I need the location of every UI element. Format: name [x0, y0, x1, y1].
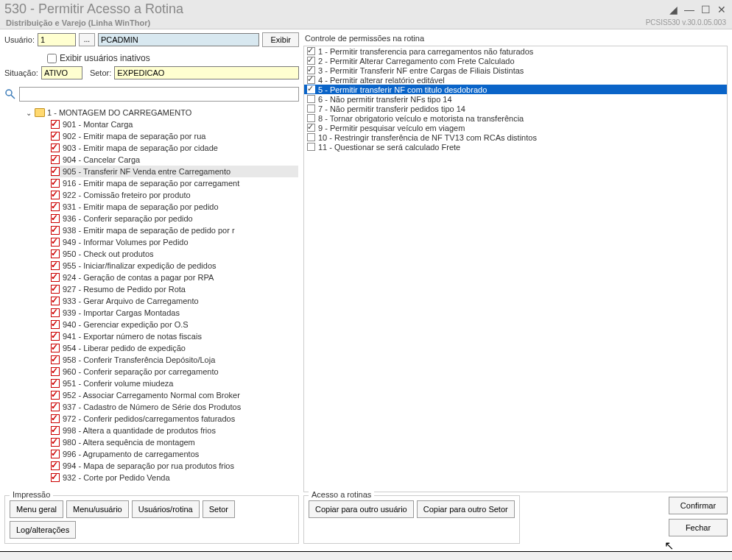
menu-usuario-button[interactable]: Menu/usuário: [66, 500, 129, 518]
permission-checkbox[interactable]: [307, 143, 315, 151]
permission-checkbox[interactable]: [307, 76, 315, 84]
tree-item-checkbox[interactable]: [51, 132, 60, 141]
tree-item-checkbox[interactable]: [51, 179, 60, 188]
search-input[interactable]: [19, 87, 299, 102]
tree-item[interactable]: 933 - Gerar Arquivo de Carregamento: [51, 295, 298, 307]
tree-item[interactable]: 904 - Cancelar Carga: [51, 154, 298, 166]
tree-item-checkbox[interactable]: [51, 308, 60, 317]
copiar-setor-button[interactable]: Copiar para outro Setor: [417, 500, 515, 518]
tree-item[interactable]: 950 - Check out produtos: [51, 248, 298, 260]
tree-item[interactable]: 940 - Gerenciar expedição por O.S: [51, 319, 298, 330]
tree-item[interactable]: 939 - Importar Cargas Montadas: [51, 307, 298, 319]
log-alteracoes-button[interactable]: Log/alterações: [10, 521, 76, 539]
permissions-list[interactable]: 1 - Permitir transferencia para carregam…: [303, 46, 728, 492]
tree-item-checkbox[interactable]: [51, 143, 60, 152]
tree-item[interactable]: 932 - Corte por Pedido Venda: [51, 472, 298, 483]
situacao-input[interactable]: [41, 66, 82, 79]
tree-item-checkbox[interactable]: [51, 438, 60, 447]
tree-item-checkbox[interactable]: [51, 285, 60, 294]
tree-item[interactable]: 927 - Resumo de Pedido por Rota: [51, 283, 298, 295]
permission-checkbox[interactable]: [307, 85, 315, 93]
tree-item[interactable]: 954 - Liberar pedido de expedição: [51, 342, 298, 354]
permission-checkbox[interactable]: [307, 114, 315, 122]
tree-parent-node[interactable]: ⌄ 1 - MONTAGEM DO CARREGAMENTO: [23, 107, 298, 118]
tree-item-checkbox[interactable]: [51, 191, 60, 199]
browse-user-button[interactable]: ...: [79, 33, 95, 46]
tree-item-checkbox[interactable]: [51, 261, 60, 270]
permission-checkbox[interactable]: [307, 95, 315, 103]
tree-item-checkbox[interactable]: [51, 461, 60, 470]
tree-item-checkbox[interactable]: [51, 202, 60, 211]
permission-item[interactable]: 10 - Restringir transferência de NF TV13…: [304, 132, 727, 142]
tree-item[interactable]: 916 - Emitir mapa de separação por carre…: [51, 177, 298, 189]
permission-item[interactable]: 9 - Permitir pesquisar veículo em viagem: [304, 123, 727, 132]
tree-item[interactable]: 955 - Iniciar/finalizar expedição de ped…: [51, 260, 298, 272]
permission-checkbox[interactable]: [307, 133, 315, 141]
tree-item[interactable]: 941 - Exportar número de notas fiscais: [51, 330, 298, 342]
permission-item[interactable]: 2 - Permitir Alterar Carregamento com Fr…: [304, 56, 727, 65]
tree-item-checkbox[interactable]: [51, 297, 60, 305]
help-icon[interactable]: ◢: [667, 4, 679, 15]
tree-item[interactable]: 994 - Mapa de separação por rua produtos…: [51, 460, 298, 472]
minimize-icon[interactable]: —: [683, 4, 695, 15]
copiar-usuario-button[interactable]: Copiar para outro usuário: [309, 500, 414, 518]
usuarios-rotina-button[interactable]: Usuários/rotina: [132, 500, 200, 518]
tree-item[interactable]: 924 - Geração de contas a pagar por RPA: [51, 272, 298, 283]
permission-item[interactable]: 3 - Permitir Transferir NF entre Cargas …: [304, 65, 727, 75]
tree-item[interactable]: 903 - Emitir mapa de separação por cidad…: [51, 142, 298, 154]
tree-item-checkbox[interactable]: [51, 391, 60, 400]
tree-item[interactable]: 936 - Conferir separação por pedido: [51, 213, 298, 224]
tree-item[interactable]: 949 - Informar Volumes por Pedido: [51, 236, 298, 248]
collapse-icon[interactable]: ⌄: [24, 109, 32, 117]
permission-checkbox[interactable]: [307, 66, 315, 74]
permission-item[interactable]: 7 - Não permitir transferir pedidos tipo…: [304, 104, 727, 113]
permission-item[interactable]: 4 - Permitir alterar relatório editável: [304, 75, 727, 85]
tree-item-checkbox[interactable]: [51, 273, 60, 282]
permission-item[interactable]: 1 - Permitir transferencia para carregam…: [304, 46, 727, 56]
tree-item[interactable]: 922 - Comissão freteiro por produto: [51, 189, 298, 201]
tree-item-checkbox[interactable]: [51, 167, 60, 176]
permission-checkbox[interactable]: [307, 104, 315, 113]
confirmar-button[interactable]: Confirmar: [669, 497, 728, 514]
tree-item[interactable]: 938 - Emitir mapa de separação de pedido…: [51, 224, 298, 236]
tree-item[interactable]: 980 - Altera sequência de montagem: [51, 436, 298, 448]
inativos-checkbox[interactable]: [47, 54, 57, 63]
tree-item-checkbox[interactable]: [51, 403, 60, 411]
close-icon[interactable]: ✕: [716, 4, 728, 15]
tree-item-checkbox[interactable]: [51, 332, 60, 341]
menu-geral-button[interactable]: Menu geral: [10, 500, 63, 518]
fechar-button[interactable]: Fechar: [669, 519, 728, 536]
tree-item[interactable]: 905 - Transferir NF Venda entre Carregam…: [51, 166, 298, 177]
tree-item-checkbox[interactable]: [51, 367, 60, 376]
setor-input[interactable]: [114, 66, 299, 79]
tree-item[interactable]: 931 - Emitir mapa de separação por pedid…: [51, 201, 298, 213]
permission-checkbox[interactable]: [307, 124, 315, 132]
tree-item[interactable]: 960 - Conferir separação por carregament…: [51, 366, 298, 378]
tree-item-checkbox[interactable]: [51, 320, 60, 329]
usuario-id-input[interactable]: [38, 33, 76, 46]
permission-item[interactable]: 8 - Tornar obrigatorio veículo e motoris…: [304, 113, 727, 123]
tree-item[interactable]: 902 - Emitir mapa de separação por rua: [51, 130, 298, 142]
routine-tree[interactable]: ⌄ 1 - MONTAGEM DO CARREGAMENTO 901 - Mon…: [4, 104, 299, 492]
tree-item-checkbox[interactable]: [51, 426, 60, 435]
tree-item[interactable]: 958 - Conferir Transferência Depósito/Lo…: [51, 354, 298, 366]
tree-item[interactable]: 996 - Agrupamento de carregamentos: [51, 448, 298, 460]
tree-item-checkbox[interactable]: [51, 355, 60, 364]
tree-item-checkbox[interactable]: [51, 379, 60, 388]
usuario-name-field[interactable]: [98, 33, 260, 46]
tree-item-checkbox[interactable]: [51, 226, 60, 235]
tree-item[interactable]: 951 - Conferir volume miudeza: [51, 378, 298, 389]
permission-checkbox[interactable]: [307, 47, 315, 55]
tree-item-checkbox[interactable]: [51, 450, 60, 458]
maximize-icon[interactable]: ☐: [700, 4, 711, 15]
tree-item-checkbox[interactable]: [51, 238, 60, 247]
tree-item[interactable]: 952 - Associar Carregamento Normal com B…: [51, 389, 298, 401]
tree-item[interactable]: 998 - Altera a quantidade de produtos fr…: [51, 425, 298, 436]
tree-item-checkbox[interactable]: [51, 155, 60, 164]
tree-item-checkbox[interactable]: [51, 214, 60, 223]
tree-item-checkbox[interactable]: [51, 344, 60, 352]
setor-button[interactable]: Setor: [203, 500, 235, 518]
permission-item[interactable]: 6 - Não permitir transferir NFs tipo 14: [304, 94, 727, 104]
exibir-button[interactable]: Exibir: [262, 32, 299, 47]
tree-item[interactable]: 937 - Cadastro de Número de Série dos Pr…: [51, 401, 298, 413]
